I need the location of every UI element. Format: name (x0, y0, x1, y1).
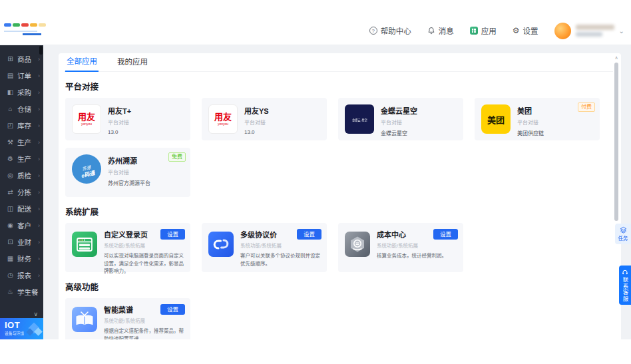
sorting-icon: ⇄ (6, 188, 15, 196)
finance-icon: ▦ (6, 255, 15, 262)
section-title-system: 系统扩展 (65, 205, 613, 218)
sidebar-item-orders[interactable]: ▤ 订单 › (0, 67, 43, 84)
contact-service-tab[interactable]: 联系客服 (619, 266, 631, 305)
scrollbar-thumb[interactable] (614, 63, 618, 221)
feature-title: 多级协议价 (240, 229, 277, 240)
app-card-kingdee[interactable]: 金蝶云·星空 金蝶云星空 平台对接 金蝶云星空 (338, 98, 463, 140)
app-title: 美团 (517, 105, 544, 116)
sidebar-item-purchase[interactable]: ◧ 采购 › (0, 84, 43, 100)
gear-icon: ⚙ (513, 27, 520, 35)
task-label: 任务 (618, 234, 628, 241)
goods-icon: ⊞ (6, 55, 15, 63)
chevron-right-icon: › (38, 256, 40, 262)
production2-icon: ⚙ (6, 155, 15, 162)
smart-recipe-icon (72, 307, 97, 332)
iot-entry[interactable]: IOT 设备与环境 (0, 318, 43, 339)
business-finance-icon: ⊡ (6, 238, 15, 246)
feature-title: 自定义登录页 (104, 229, 148, 240)
chevron-right-icon: › (38, 189, 40, 196)
settings-button[interactable]: 设置 (433, 229, 458, 240)
feature-card-custom-login[interactable]: 自定义登录页 设置 系统功能/系统拓展 可以实现对电脑端登录页面的自定义设置，满… (65, 223, 190, 272)
chevron-right-icon: › (38, 156, 40, 162)
messages-button[interactable]: 消息 (427, 25, 454, 36)
sidebar-item-production-2[interactable]: ⚙ 生产 › (0, 150, 43, 167)
sidebar-item-quality[interactable]: ◎ 质检 › (0, 167, 43, 184)
settings-button[interactable]: 设置 (297, 229, 321, 240)
app-card-meituan[interactable]: 付费 美团 美团 平台对接 美团供应链 (475, 98, 600, 140)
sidebar-scroll-more-icon[interactable]: ∨ (33, 311, 38, 317)
sidebar-item-sorting[interactable]: ⇄ 分拣 › (0, 184, 43, 200)
app-logo[interactable] (4, 23, 71, 35)
tab-my-apps[interactable]: 我的应用 (116, 56, 149, 71)
logo-underline (4, 31, 37, 32)
feature-card-smart-recipe[interactable]: 智能菜谱 设置 系统功能/系统拓展 根据自定义搭配条件，推荐菜品，帮助快速配置菜… (65, 298, 190, 339)
feature-description: 客户可以关联多个协议价规则并设定优先级顺序。 (240, 252, 321, 268)
warehouse-icon: ⌂ (6, 105, 15, 112)
reports-icon: ◷ (6, 272, 15, 279)
help-icon: ? (369, 27, 377, 35)
kingdee-logo-icon: 金蝶云·星空 (345, 104, 374, 134)
feature-card-cost-center[interactable]: 成本中心 设置 系统功能/系统拓展 核算业务成本，统计经营利润。 (338, 223, 463, 272)
messages-label: 消息 (439, 25, 454, 36)
sidebar-item-goods[interactable]: ⊞ 商品 › (0, 51, 43, 67)
chevron-right-icon: › (38, 73, 40, 79)
multi-level-price-icon (208, 232, 234, 257)
sidebar-scrollbar[interactable] (39, 46, 43, 55)
sidebar-item-customer[interactable]: ◉ 客户 › (0, 217, 43, 234)
feature-card-multi-level-price[interactable]: 多级协议价 设置 系统功能/系统拓展 客户可以关联多个协议价规则并设定优先级顺序… (202, 223, 327, 272)
student-meal-icon: ♨ (6, 288, 15, 295)
top-bar: ? 帮助中心 消息 应用 ⚙ 设置 ⌄ (0, 17, 631, 45)
chevron-right-icon: › (38, 89, 40, 96)
settings-button[interactable]: ⚙ 设置 (513, 25, 538, 36)
feature-description: 可以实现对电脑端登录页面的自定义设置，满足企业个性化需求，彰显品牌影响力。 (104, 252, 185, 275)
feature-description: 根据自定义搭配条件，推荐菜品，帮助快速配置菜谱。 (104, 327, 185, 339)
logo-underline-dark (23, 33, 41, 35)
customer-icon: ◉ (6, 222, 15, 229)
app-subtitle: 金蝶云星空 (381, 129, 417, 136)
sidebar-item-business-finance[interactable]: ⊡ 业财 › (0, 234, 43, 250)
settings-label: 设置 (523, 25, 538, 36)
app-category: 平台对接 (244, 118, 269, 126)
sidebar-item-reports[interactable]: ◷ 报表 › (0, 267, 43, 283)
sidebar-item-student-meal[interactable]: ♨ 学生餐 (0, 283, 43, 300)
paid-badge: 付费 (578, 102, 595, 112)
apps-button[interactable]: 应用 (470, 25, 497, 36)
app-title: 苏州溯源 (108, 155, 150, 166)
main-scrollbar[interactable]: ∧ (614, 55, 619, 338)
apps-panel: 全部应用 我的应用 平台对接 用友 yonyou 用友T+ 平台对接 13.0 … (59, 53, 621, 339)
apps-label: 应用 (481, 25, 497, 36)
app-subtitle: 美团供应链 (517, 129, 544, 136)
production-icon: ⚒ (6, 138, 15, 146)
user-menu[interactable]: ⌄ (554, 23, 624, 39)
sidebar-item-inventory[interactable]: ◰ 库存 › (0, 117, 43, 134)
sidebar-item-warehouse[interactable]: ⌂ 仓储 › (0, 100, 43, 117)
chevron-right-icon: › (38, 139, 40, 146)
task-widget[interactable]: 任务 (615, 224, 631, 244)
sidebar-item-finance[interactable]: ▦ 财务 › (0, 250, 43, 267)
app-subtitle: 苏州官方溯源平台 (108, 179, 150, 186)
tab-all-apps[interactable]: 全部应用 (65, 55, 99, 72)
app-card-yonyou-ys[interactable]: 用友 yonyou 用友YS 平台对接 13.0 (202, 98, 327, 140)
app-card-yonyou-tplus[interactable]: 用友 yonyou 用友T+ 平台对接 13.0 (65, 98, 190, 140)
settings-button[interactable]: 设置 (160, 304, 185, 315)
sidebar-item-delivery[interactable]: ◫ 配送 › (0, 200, 43, 217)
chevron-right-icon: › (38, 272, 40, 279)
app-card-suzhou-suyuan[interactable]: 免费 苏源 e码通 苏州溯源 平台对接 苏州官方溯源平台 (65, 148, 190, 197)
app-category: 平台对接 (381, 118, 417, 126)
chevron-right-icon: › (38, 206, 40, 212)
chevron-right-icon: › (38, 106, 40, 112)
apps-icon (470, 27, 478, 35)
yonyou-logo-icon: 用友 yonyou (208, 104, 238, 134)
feature-title: 成本中心 (377, 229, 406, 240)
orders-icon: ▤ (6, 72, 15, 79)
help-center-button[interactable]: ? 帮助中心 (369, 25, 411, 36)
delivery-icon: ◫ (6, 205, 15, 212)
main-area: 全部应用 我的应用 平台对接 用友 yonyou 用友T+ 平台对接 13.0 … (43, 45, 631, 339)
logo-color-bars-icon (4, 23, 71, 27)
chevron-right-icon: › (38, 222, 40, 229)
scroll-up-icon[interactable]: ∧ (614, 55, 619, 61)
settings-button[interactable]: 设置 (160, 229, 185, 240)
sidebar-item-production[interactable]: ⚒ 生产 › (0, 134, 43, 150)
avatar (554, 23, 571, 39)
username-redacted (576, 25, 614, 37)
